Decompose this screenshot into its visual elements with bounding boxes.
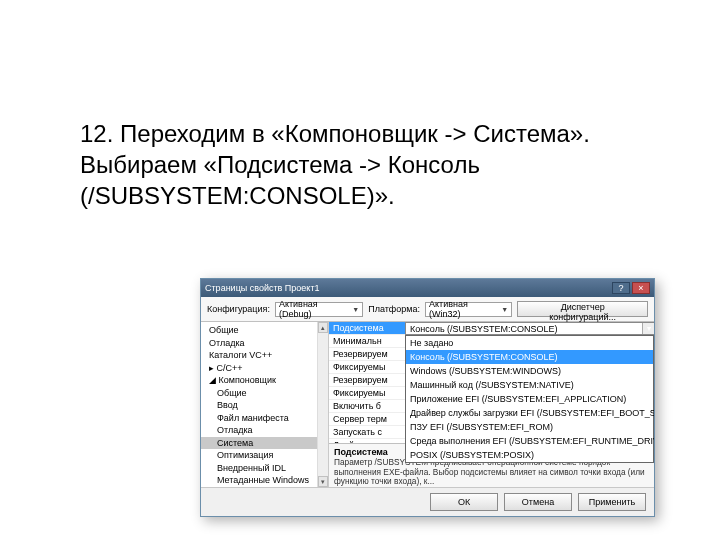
dropdown-option[interactable]: Приложение EFI (/SUBSYSTEM:EFI_APPLICATI… [406,392,653,406]
tree-scrollbar[interactable]: ▴ ▾ [317,322,328,487]
dropdown-option[interactable]: Драйвер службы загрузки EFI (/SUBSYSTEM:… [406,406,653,420]
chevron-down-icon: ▼ [501,306,508,313]
subsystem-combo[interactable]: Консоль (/SUBSYSTEM:CONSOLE) ▾ [405,322,654,335]
chevron-down-icon[interactable]: ▾ [642,323,654,334]
tree-item[interactable]: Каталоги VC++ [201,349,328,362]
config-value: Активная (Debug) [279,299,352,319]
tree-item[interactable]: ▸ C/C++ [201,362,328,375]
scroll-up-icon[interactable]: ▴ [318,322,328,333]
config-bar: Конфигурация: Активная (Debug) ▼ Платфор… [201,297,654,322]
grid-row-label: Минимальн [329,335,405,347]
ok-button[interactable]: ОК [430,493,498,511]
tree-item[interactable]: Отладка [201,337,328,350]
config-combo[interactable]: Активная (Debug) ▼ [275,302,363,317]
tree-item[interactable]: Метаданные Windows [201,474,328,487]
grid-row-label: Сервер терм [329,413,405,425]
instruction-text: 12. Переходим в «Компоновщик -> Система»… [80,118,640,212]
property-grid: Подсистема Консоль (/SUBSYSTEM:CONSOLE) … [329,322,654,487]
window-title: Страницы свойств Проект1 [205,283,320,293]
properties-dialog: Страницы свойств Проект1 ? × Конфигураци… [200,278,655,517]
tree-item[interactable]: Дополнительно [201,487,328,488]
cancel-button[interactable]: Отмена [504,493,572,511]
dropdown-option[interactable]: ПЗУ EFI (/SUBSYSTEM:EFI_ROM) [406,420,653,434]
tree-item[interactable]: Ввод [201,399,328,412]
tree-item[interactable]: Система [201,437,328,450]
grid-row-label: Резервируем [329,348,405,360]
config-label: Конфигурация: [207,304,270,314]
button-bar: ОК Отмена Применить [201,487,654,516]
tree-item[interactable]: Внедренный IDL [201,462,328,475]
tree-item[interactable]: Отладка [201,424,328,437]
apply-button[interactable]: Применить [578,493,646,511]
subsystem-dropdown[interactable]: Не заданоКонсоль (/SUBSYSTEM:CONSOLE)Win… [405,335,654,463]
dropdown-option[interactable]: Windows (/SUBSYSTEM:WINDOWS) [406,364,653,378]
tree-item[interactable]: ◢ Компоновщик [201,374,328,387]
grid-header-label: Подсистема [329,322,405,334]
tree-item[interactable]: Общие [201,324,328,337]
dropdown-option[interactable]: POSIX (/SUBSYSTEM:POSIX) [406,448,653,462]
platform-value: Активная (Win32) [429,299,501,319]
subsystem-value: Консоль (/SUBSYSTEM:CONSOLE) [406,324,558,334]
dropdown-option[interactable]: Среда выполнения EFI (/SUBSYSTEM:EFI_RUN… [406,434,653,448]
tree-item[interactable]: Общие [201,387,328,400]
grid-heading-row[interactable]: Подсистема Консоль (/SUBSYSTEM:CONSOLE) … [329,322,654,335]
grid-row-label: Включить б [329,400,405,412]
scroll-down-icon[interactable]: ▾ [318,476,328,487]
help-button[interactable]: ? [612,282,630,294]
platform-label: Платформа: [368,304,420,314]
grid-row-label: Резервируем [329,374,405,386]
grid-row-label: Запускать с [329,426,405,438]
dropdown-option[interactable]: Не задано [406,336,653,350]
close-button[interactable]: × [632,282,650,294]
dropdown-option[interactable]: Консоль (/SUBSYSTEM:CONSOLE) [406,350,653,364]
tree-item[interactable]: Оптимизация [201,449,328,462]
grid-row-label: Фиксируемы [329,387,405,399]
nav-tree[interactable]: ОбщиеОтладкаКаталоги VC++▸ C/C++◢ Компон… [201,322,329,487]
grid-row-label: Фиксируемы [329,361,405,373]
dropdown-option[interactable]: Машинный код (/SUBSYSTEM:NATIVE) [406,378,653,392]
chevron-down-icon: ▼ [352,306,359,313]
tree-item[interactable]: Файл манифеста [201,412,328,425]
platform-combo[interactable]: Активная (Win32) ▼ [425,302,512,317]
title-bar: Страницы свойств Проект1 ? × [201,279,654,297]
config-manager-button[interactable]: Диспетчер конфигураций... [517,301,648,317]
